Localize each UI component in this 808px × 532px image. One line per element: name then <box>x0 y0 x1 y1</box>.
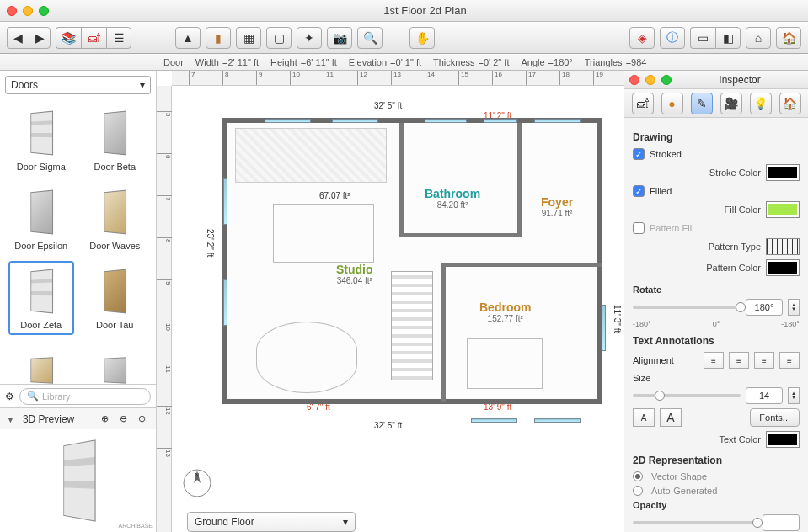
library-search[interactable]: 🔍 Library <box>19 388 151 405</box>
status-thickness: 0' 2" ft <box>484 57 509 67</box>
size-stepper[interactable]: ▲▼ <box>788 387 800 404</box>
section-drawing: Drawing <box>633 131 800 143</box>
category-select[interactable]: Doors ▾ <box>5 76 151 94</box>
close-window-icon[interactable] <box>7 6 17 16</box>
room-tool-icon[interactable]: ▦ <box>236 27 261 49</box>
disclosure-triangle-icon[interactable] <box>7 413 18 425</box>
library-item[interactable]: Door Epsilon <box>8 182 74 256</box>
library-item[interactable]: Door Waves <box>83 182 148 256</box>
render-icon[interactable]: ◈ <box>629 27 655 49</box>
library-item[interactable]: Door Beta <box>83 103 148 177</box>
fonts-button[interactable]: Fonts... <box>750 408 800 427</box>
zoom-icon[interactable] <box>661 75 672 85</box>
align-left-button[interactable]: ≡ <box>704 352 724 369</box>
close-icon[interactable] <box>629 75 639 85</box>
window <box>602 305 606 351</box>
pattern-type-swatch[interactable] <box>766 238 800 255</box>
opacity-slider[interactable] <box>633 521 757 524</box>
tab-furniture-icon[interactable]: 🛋 <box>632 93 654 114</box>
library-item[interactable]: Door Tau <box>83 261 148 335</box>
preview-3d[interactable]: ARCHIBASE <box>0 429 156 532</box>
floorplan-canvas[interactable]: 32' 5" ft 11' 2" ft 32' 5" ft 6' 7" ft 1… <box>172 86 624 532</box>
auto-generated-radio[interactable] <box>633 486 643 496</box>
home-icon[interactable]: 🏠 <box>776 27 801 49</box>
elevation-icon[interactable]: ⌂ <box>746 27 771 49</box>
section-text-annotations: Text Annotations <box>633 335 800 347</box>
dining-table <box>273 204 374 263</box>
view-3d-icon[interactable]: ◧ <box>715 27 741 49</box>
window-controls <box>7 6 49 16</box>
library-grid: Door Sigma Door Beta Door Epsilon Door W… <box>0 99 156 384</box>
room-bathroom: Bathroom84.20 ft² <box>425 187 480 210</box>
align-right-button[interactable]: ≡ <box>754 352 774 369</box>
status-width: 2' 11" ft <box>227 57 259 67</box>
rotate-value[interactable]: 180° <box>746 299 783 316</box>
tab-materials-icon[interactable]: ● <box>661 93 683 114</box>
nav-forward-button[interactable]: ▶ <box>29 27 51 49</box>
library-item[interactable]: Door Sigma <box>8 103 74 177</box>
minimize-icon[interactable] <box>645 75 655 85</box>
floor-select[interactable]: Ground Floor ▾ <box>187 512 356 532</box>
preview-header[interactable]: 3D Preview ⊕ ⊖ ⊙ <box>0 407 156 429</box>
nav-back-button[interactable]: ◀ <box>7 27 29 49</box>
window <box>223 279 227 326</box>
wall-tool-icon[interactable]: ▮ <box>206 27 231 49</box>
vector-shape-radio[interactable] <box>633 471 643 481</box>
pattern-type-label: Pattern Type <box>633 242 761 252</box>
opacity-value[interactable] <box>763 514 800 531</box>
rotate-stepper[interactable]: ▲▼ <box>788 299 800 316</box>
gear-icon[interactable]: ⚙ <box>5 391 14 402</box>
size-slider[interactable] <box>633 394 741 397</box>
dim-top-total: 32' 5" ft <box>374 101 402 110</box>
floorplan: 32' 5" ft 11' 2" ft 32' 5" ft 6' 7" ft 1… <box>222 103 602 418</box>
zoom-in-icon[interactable]: ⊕ <box>97 412 112 427</box>
titlebar: 1st Floor 2d Plan <box>0 0 808 22</box>
tab-building-icon[interactable]: 🏠 <box>779 93 801 114</box>
size-label: Size <box>633 373 650 383</box>
furniture-icon[interactable]: 🛋 <box>81 27 106 49</box>
zoom-tool-icon[interactable]: 🔍 <box>357 27 383 49</box>
pattern-fill-checkbox[interactable] <box>633 222 645 234</box>
stroked-checkbox[interactable] <box>633 148 645 160</box>
status-triangles: 984 <box>631 57 646 67</box>
zoom-window-icon[interactable] <box>39 6 49 16</box>
zoom-out-icon[interactable]: ⊖ <box>115 412 131 427</box>
library-books-icon[interactable]: 📚 <box>56 27 81 49</box>
inspector-panel: Inspector 🛋 ● ✎ 🎥 💡 🏠 Drawing Stroked St… <box>624 71 808 532</box>
tab-lights-icon[interactable]: 💡 <box>750 93 772 114</box>
fill-color-swatch[interactable] <box>766 201 800 218</box>
room-studio: Studio346.04 ft² <box>336 263 373 285</box>
canvas-area: 78910111213141516171819 5678910111213 32… <box>157 71 624 532</box>
text-color-swatch[interactable] <box>766 431 800 448</box>
window <box>534 119 581 123</box>
filled-checkbox[interactable] <box>633 185 645 197</box>
library-item-selected[interactable]: Door Zeta <box>8 261 74 335</box>
zoom-fit-icon[interactable]: ⊙ <box>134 412 149 427</box>
tab-cameras-icon[interactable]: 🎥 <box>720 93 742 114</box>
list-icon[interactable]: ☰ <box>106 27 131 49</box>
status-elevation: 0' 1" ft <box>396 57 421 67</box>
library-tools: ⚙ 🔍 Library <box>0 384 156 407</box>
align-center-button[interactable]: ≡ <box>729 352 749 369</box>
pointer-tool-icon[interactable]: ▲ <box>175 27 201 49</box>
tab-2d-icon[interactable]: ✎ <box>691 93 713 114</box>
size-value[interactable]: 14 <box>746 387 783 404</box>
font-style-large-button[interactable]: A <box>660 408 682 427</box>
camera-tool-icon[interactable]: 📷 <box>327 27 352 49</box>
align-justify-button[interactable]: ≡ <box>779 352 800 369</box>
pattern-color-swatch[interactable] <box>766 259 800 276</box>
view-2d-icon[interactable]: ▭ <box>690 27 715 49</box>
dimension-tool-icon[interactable]: ✦ <box>297 27 322 49</box>
minimize-window-icon[interactable] <box>23 6 33 16</box>
rotate-slider[interactable] <box>633 306 741 309</box>
status-object: Door <box>163 57 184 67</box>
library-item[interactable] <box>8 340 74 384</box>
floor-tool-icon[interactable]: ▢ <box>266 27 292 49</box>
pan-tool-icon[interactable]: ✋ <box>409 27 435 49</box>
info-icon[interactable]: ⓘ <box>660 27 685 49</box>
bed <box>467 338 543 389</box>
stroke-color-swatch[interactable] <box>766 164 800 181</box>
font-style-small-button[interactable]: A <box>633 408 655 427</box>
fill-color-label: Fill Color <box>633 205 761 215</box>
library-item[interactable] <box>83 340 148 384</box>
